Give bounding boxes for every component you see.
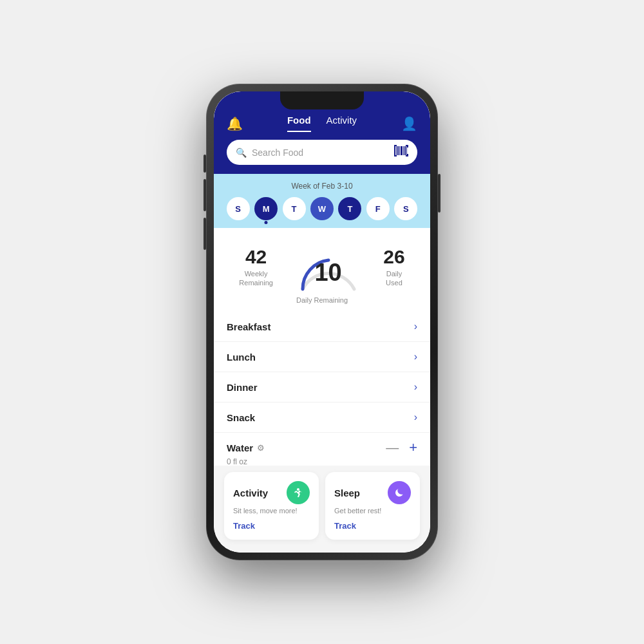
search-placeholder[interactable]: Search Food <box>252 147 389 158</box>
water-amount: 0 fl oz <box>227 457 417 466</box>
water-plus-button[interactable]: + <box>409 439 417 456</box>
meal-name-lunch: Lunch <box>227 352 256 363</box>
meal-name-dinner: Dinner <box>227 382 258 393</box>
day-saturday[interactable]: S <box>394 197 417 220</box>
activity-card-header: Activity <box>233 481 310 504</box>
meal-item-breakfast[interactable]: Breakfast › <box>214 312 430 342</box>
tab-food[interactable]: Food <box>287 115 311 132</box>
meal-list: Breakfast › Lunch › Dinner › Snack › <box>214 312 430 466</box>
points-tracker: 42 WeeklyRemaining 10 26 DailyUsed <box>214 228 430 303</box>
days-row: S M T W T F <box>224 197 420 220</box>
header-top: 🔔 Food Activity 👤 <box>227 115 417 132</box>
water-minus-button[interactable]: — <box>386 440 399 455</box>
daily-remaining-label: Daily Remaining <box>296 296 348 304</box>
day-monday[interactable]: M <box>254 197 278 220</box>
svg-rect-6 <box>404 146 406 155</box>
svg-rect-13 <box>394 154 395 156</box>
water-row: Water ⚙ — + <box>227 439 417 456</box>
volume-down-button <box>204 218 206 250</box>
daily-used-number: 26 <box>383 246 404 268</box>
chevron-right-lunch: › <box>414 351 417 363</box>
weekly-remaining-label: WeeklyRemaining <box>239 269 273 288</box>
svg-rect-15 <box>407 154 408 156</box>
daily-used-label: DailyUsed <box>383 269 404 288</box>
sleep-card-header: Sleep <box>334 481 411 504</box>
meal-item-dinner[interactable]: Dinner › <box>214 372 430 402</box>
tab-bar: Food Activity <box>287 115 357 132</box>
sleep-card-title: Sleep <box>334 488 360 498</box>
day-tuesday[interactable]: T <box>283 197 306 220</box>
chevron-right-snack: › <box>414 412 417 423</box>
svg-rect-7 <box>406 146 407 155</box>
activity-track-button[interactable]: Track <box>233 521 310 531</box>
app-screen: 🔔 Food Activity 👤 🔍 Search Food <box>214 91 430 553</box>
day-sunday[interactable]: S <box>227 197 250 220</box>
search-icon: 🔍 <box>236 147 247 158</box>
silent-button <box>204 155 206 173</box>
meal-item-lunch[interactable]: Lunch › <box>214 342 430 372</box>
water-controls: — + <box>386 439 417 456</box>
tab-activity[interactable]: Activity <box>327 115 357 132</box>
day-wednesday[interactable]: W <box>310 197 334 220</box>
bell-icon[interactable]: 🔔 <box>227 116 243 131</box>
daily-remaining-number: 10 <box>314 260 341 285</box>
volume-up-button <box>204 179 206 211</box>
sleep-track-button[interactable]: Track <box>334 521 411 531</box>
week-label: Week of Feb 3-10 <box>224 182 420 191</box>
search-bar[interactable]: 🔍 Search Food <box>227 140 417 165</box>
weekly-remaining: 42 WeeklyRemaining <box>239 246 273 288</box>
svg-rect-5 <box>403 146 404 155</box>
chevron-right-breakfast: › <box>414 321 417 332</box>
meal-name-snack: Snack <box>227 412 255 423</box>
activity-icon <box>287 481 310 504</box>
day-friday[interactable]: F <box>366 197 390 220</box>
sleep-card[interactable]: Sleep Get better rest! Track <box>325 472 420 540</box>
svg-rect-9 <box>394 145 395 147</box>
gear-icon[interactable]: ⚙ <box>257 443 265 453</box>
weekly-remaining-number: 42 <box>239 246 273 268</box>
svg-rect-0 <box>394 146 395 155</box>
water-section: Water ⚙ — + 0 fl oz <box>214 433 430 466</box>
svg-rect-3 <box>399 146 400 155</box>
profile-icon[interactable]: 👤 <box>401 116 417 131</box>
meal-name-breakfast: Breakfast <box>227 321 270 332</box>
activity-card-subtitle: Sit less, move more! <box>233 507 310 515</box>
sleep-card-subtitle: Get better rest! <box>334 507 411 515</box>
daily-used: 26 DailyUsed <box>383 246 404 288</box>
power-button <box>438 174 440 213</box>
activity-card-title: Activity <box>233 488 268 498</box>
sleep-icon <box>388 481 411 504</box>
svg-rect-2 <box>397 146 399 155</box>
meal-item-snack[interactable]: Snack › <box>214 402 430 433</box>
day-dot <box>265 221 268 224</box>
daily-gauge: 10 <box>293 241 364 292</box>
water-title: Water <box>227 442 253 453</box>
activity-card[interactable]: Activity Sit less, move more! Track <box>224 472 319 540</box>
water-label-row: Water ⚙ <box>227 442 265 453</box>
svg-rect-11 <box>407 145 408 147</box>
phone-screen: 🔔 Food Activity 👤 🔍 Search Food <box>214 91 430 553</box>
svg-rect-4 <box>401 146 402 155</box>
week-calendar: Week of Feb 3-10 S M T W <box>214 174 430 228</box>
svg-rect-1 <box>396 146 397 155</box>
bottom-cards: Activity Sit less, move more! Track Slee… <box>214 466 430 553</box>
chevron-right-dinner: › <box>414 381 417 393</box>
phone-frame: 🔔 Food Activity 👤 🔍 Search Food <box>206 84 438 560</box>
day-thursday[interactable]: T <box>338 197 361 220</box>
barcode-icon[interactable] <box>394 145 408 160</box>
notch <box>280 91 364 109</box>
